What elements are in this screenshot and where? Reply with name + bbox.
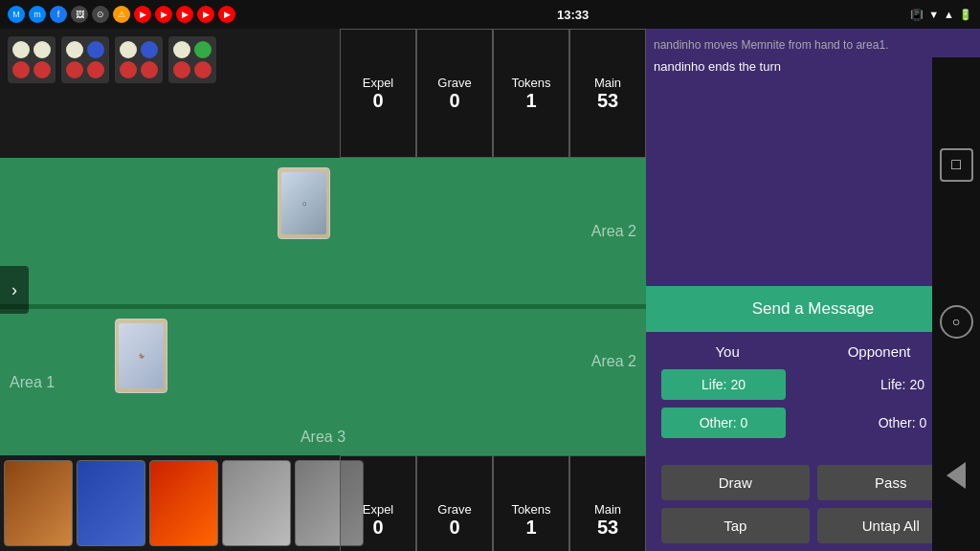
main-count: 53 [597,90,618,112]
youtube3-icon: ▶ [176,6,193,23]
stats-header: You Opponent [661,343,965,360]
bottom-grave-zone[interactable]: Grave 0 [416,455,493,551]
hand-card-2[interactable] [77,460,145,546]
other-stat-row: Other: 0 Other: 0 [661,408,965,438]
circle-icon: ⊙ [92,6,109,23]
opponent-play-area[interactable]: ⬡ Area 2 [0,158,646,306]
chat-message-2: nandinho ends the turn [654,57,972,77]
main-label: Main [594,76,621,90]
mana-group-4 [168,36,216,83]
mana-dot [141,61,158,78]
battery-icon: 🔋 [959,9,972,21]
draw-pass-row: Draw Pass [661,465,965,500]
image-icon: 🖼 [71,6,88,23]
life-you-button[interactable]: Life: 20 [661,369,786,400]
status-right: 📳 ▼ ▲ 🔋 [910,9,972,21]
mana-dot [33,41,51,58]
chat-message-1: nandinho moves Memnite from hand to area… [654,36,972,54]
messenger2-icon: m [29,6,46,23]
send-message-button[interactable]: Send a Message [646,286,980,332]
hand-card-1[interactable] [4,460,73,546]
card-player-1[interactable]: 🏇 [115,319,167,393]
chat-log: nandinho moves Memnite from hand to area… [646,29,980,286]
mana-dot [194,61,212,78]
circle-nav-button[interactable]: ○ [940,305,973,339]
bottom-grave-label: Grave [437,502,471,517]
area3-label: Area 3 [301,429,345,446]
mana-dot [120,41,137,58]
area2-label-top: Area 2 [591,223,636,240]
bottom-expel-zone[interactable]: Expel 0 [340,455,416,551]
expel-count: 0 [372,90,383,112]
top-tokens-zone[interactable]: Tokens 1 [493,29,569,158]
mana-dot [173,61,190,78]
bottom-player-bar: Expel 0 Grave 0 Tokens 1 Main 53 [0,455,646,551]
expel-label: Expel [363,76,394,90]
top-player-bar: Expel 0 Grave 0 Tokens 1 Main 53 [0,29,646,158]
life-stat-row: Life: 20 Life: 20 [661,369,965,400]
vibrate-icon: 📳 [910,9,924,21]
arrow-right-icon: › [11,280,17,300]
top-grave-zone[interactable]: Grave 0 [416,29,493,158]
youtube1-icon: ▶ [134,6,151,23]
bottom-expel-count: 0 [372,517,383,539]
you-label: You [715,343,739,360]
square-nav-button[interactable]: □ [940,148,973,182]
messenger-icon: M [8,6,25,23]
status-time: 13:33 [557,8,589,22]
mana-dot [33,61,51,78]
player-play-area[interactable]: 🏇 Area 1 Area 2 Area 3 [0,308,646,455]
game-board: Expel 0 Grave 0 Tokens 1 Main 53 [0,29,646,551]
draw-button[interactable]: Draw [661,465,810,500]
mana-dot [12,61,30,78]
youtube4-icon: ▶ [197,6,214,23]
wifi-icon: ▼ [928,9,939,20]
play-areas: ⬡ Area 2 🏇 Area 1 Area 2 Area 3 [0,158,646,455]
warning-icon: ⚠ [113,6,130,23]
mana-group-2 [61,36,109,83]
area2-label-bottom: Area 2 [591,353,636,370]
mana-dot [66,41,83,58]
card-opponent-1[interactable]: ⬡ [278,167,330,239]
mana-dot [120,61,137,78]
mana-dot [141,41,158,58]
right-panel: nandinho moves Memnite from hand to area… [646,29,980,551]
bottom-main-label: Main [594,502,621,517]
hand-card-3[interactable] [149,460,218,546]
youtube2-icon: ▶ [155,6,172,23]
mana-dot [66,61,83,78]
grave-label: Grave [437,76,471,90]
mana-dot [194,41,212,58]
mana-group-1 [8,36,56,83]
side-nav: □ ○ [932,57,980,551]
mana-group-3 [115,36,163,83]
youtube5-icon: ▶ [218,6,235,23]
status-icons: M m f 🖼 ⊙ ⚠ ▶ ▶ ▶ ▶ ▶ [8,6,235,23]
tap-button[interactable]: Tap [661,508,810,543]
mana-dot [173,41,190,58]
bottom-grave-count: 0 [449,517,459,539]
back-nav-button[interactable] [947,462,966,489]
top-expel-zone[interactable]: Expel 0 [340,29,416,158]
grave-count: 0 [449,90,459,112]
other-you-button[interactable]: Other: 0 [661,408,786,438]
expand-arrow[interactable]: › [0,266,29,314]
bottom-expel-label: Expel [363,502,394,517]
top-main-zone[interactable]: Main 53 [569,29,646,158]
bottom-tokens-count: 1 [525,517,536,539]
bottom-main-zone[interactable]: Main 53 [569,455,646,551]
tokens-label: Tokens [511,76,550,90]
opponent-label: Opponent [848,343,911,360]
bottom-tokens-label: Tokens [511,502,550,517]
action-buttons: Draw Pass Tap Untap All [646,457,980,551]
hand-card-4[interactable] [222,460,291,546]
main-layout: Expel 0 Grave 0 Tokens 1 Main 53 [0,29,980,551]
tap-untap-row: Tap Untap All [661,508,965,543]
bottom-tokens-zone[interactable]: Tokens 1 [493,455,569,551]
tokens-count: 1 [525,90,536,112]
mana-dot [87,41,104,58]
facebook-icon: f [50,6,67,23]
area1-label: Area 1 [0,364,64,401]
bottom-main-count: 53 [597,517,618,539]
mana-dot [87,61,104,78]
